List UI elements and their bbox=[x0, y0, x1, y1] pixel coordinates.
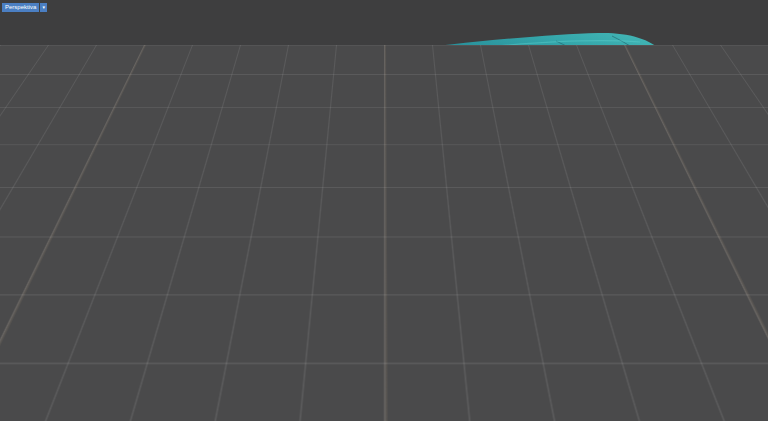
deformable-degree-label: Deformovatelný stupeň: bbox=[432, 252, 485, 258]
radio-deformable-label: Deformovatelný bbox=[462, 239, 494, 244]
rounding-label: Zaoblení bbox=[432, 282, 527, 288]
transition-type-options: Oblouk Deformovatelný G2 přechod bbox=[432, 239, 527, 244]
chevron-down-icon bbox=[505, 253, 509, 256]
checkbox-stitch-label: Sešívat bbox=[439, 300, 456, 306]
rounding-value-box[interactable]: 1,000 bbox=[506, 289, 526, 298]
transition-type-label: Typ přechodu: bbox=[432, 231, 527, 237]
range-option-001[interactable]: 0.01 bbox=[442, 220, 454, 228]
checkbox-extend-label: Prodloužit bbox=[439, 309, 461, 315]
checkbox-continue-label: Continue across faces bbox=[439, 318, 488, 324]
checkbox-continue-across-faces[interactable]: ✓ Continue across faces bbox=[432, 318, 527, 324]
radius-value-box[interactable]: 1,000 bbox=[471, 196, 491, 205]
degree-select[interactable]: 5 bbox=[488, 250, 512, 259]
viewport-3d-scene bbox=[0, 0, 768, 421]
close-icon[interactable]: × bbox=[520, 171, 529, 181]
radio-g2-blend[interactable]: G2 přechod bbox=[498, 239, 528, 244]
radio-arc-label: Oblouk bbox=[438, 239, 453, 244]
radio-g2-label: G2 přechod bbox=[503, 239, 527, 244]
radius-slider[interactable]: 1,000 bbox=[432, 196, 527, 205]
rounding-slider[interactable]: 1,000 bbox=[432, 289, 527, 298]
rhino-app-icon bbox=[430, 173, 437, 180]
deformable-degree-row: Deformovatelný stupeň: 5 bbox=[432, 250, 527, 259]
range-label: Range: bbox=[432, 211, 527, 217]
check-icon: ✓ bbox=[432, 318, 437, 324]
ok-button[interactable]: OK bbox=[455, 326, 489, 338]
range-option-100[interactable]: 100 bbox=[491, 220, 501, 228]
dialog-titlebar[interactable]: ZaoblitPlochu × bbox=[427, 170, 532, 183]
cancel-button[interactable]: Storno bbox=[493, 326, 527, 338]
tangent-slider[interactable]: 1,000 bbox=[432, 271, 527, 280]
tangent-value-box[interactable]: 1,000 bbox=[506, 271, 526, 280]
radio-deformable[interactable]: Deformovatelný bbox=[456, 239, 494, 244]
radius-label: Poloměr: bbox=[432, 186, 527, 192]
range-option-01[interactable]: 0.1 bbox=[456, 220, 465, 228]
radio-icon bbox=[498, 240, 502, 244]
range-option-1[interactable]: 1 bbox=[468, 220, 473, 228]
radio-arc[interactable]: Oblouk bbox=[432, 239, 452, 244]
fillet-surface-dialog: ZaoblitPlochu × Poloměr: 1,000 Range: 0.… bbox=[426, 169, 533, 341]
checkbox-extend[interactable]: ✓ Prodloužit bbox=[432, 309, 527, 315]
dialog-title: ZaoblitPlochu bbox=[440, 173, 520, 179]
check-icon: ✓ bbox=[432, 300, 437, 306]
range-option-1000[interactable]: 1000 bbox=[504, 220, 517, 228]
tangent-label: Tečna bbox=[432, 263, 527, 269]
degree-value: 5 bbox=[491, 252, 494, 258]
radio-selected-icon bbox=[456, 240, 460, 244]
check-icon: ✓ bbox=[432, 309, 437, 315]
viewport-title-tab[interactable]: Perspektiva ▾ bbox=[2, 3, 47, 12]
checkbox-stitch[interactable]: ✓ Sešívat bbox=[432, 300, 527, 306]
range-options: 0.01 0.1 1 10 100 1000 bbox=[432, 220, 527, 228]
radio-icon bbox=[432, 240, 436, 244]
dialog-buttons: OK Storno bbox=[432, 326, 527, 338]
application-window: Perspektiva ▾ ZaoblitPlochu × Poloměr: 1… bbox=[0, 0, 768, 421]
chevron-down-icon[interactable]: ▾ bbox=[40, 3, 47, 12]
range-option-10[interactable]: 10 bbox=[476, 220, 488, 228]
viewport-title[interactable]: Perspektiva bbox=[2, 3, 39, 12]
